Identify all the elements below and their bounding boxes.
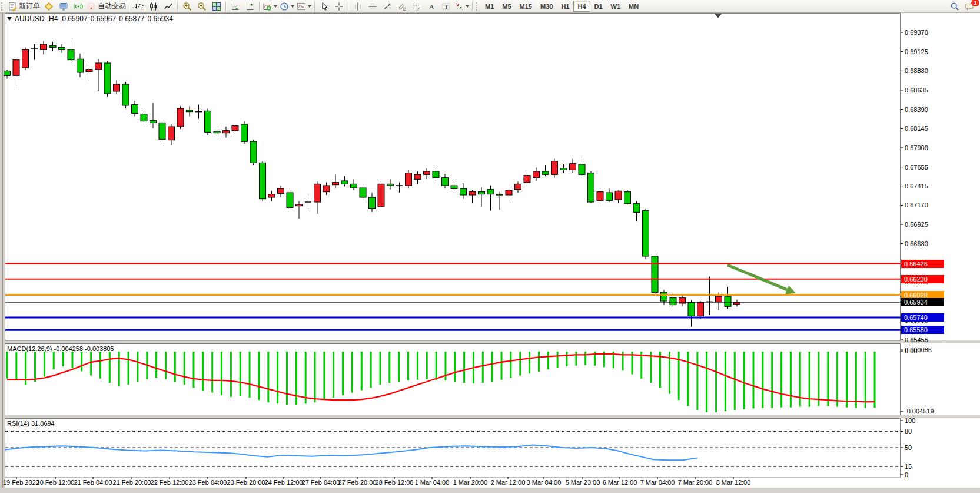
- new-order-icon: [8, 2, 17, 11]
- rsi-name: RSI(14): [7, 420, 29, 427]
- auto-trading-label: 自动交易: [98, 1, 126, 11]
- templates-button[interactable]: [295, 1, 313, 12]
- market-watch-button[interactable]: [56, 1, 71, 12]
- price-tick-label: 0.67655: [905, 163, 928, 171]
- trendline-button[interactable]: [380, 1, 394, 12]
- timeframe-w1-button[interactable]: W1: [607, 1, 625, 12]
- auto-scroll-icon: [231, 2, 240, 11]
- toolbar-grip[interactable]: [476, 2, 479, 11]
- macd-axis-label: -0.004519: [905, 407, 934, 415]
- rsi-axis-label: 15: [905, 462, 912, 471]
- price-tick-label: 0.66680: [905, 240, 928, 248]
- horizontal-line-button[interactable]: [365, 1, 380, 12]
- toolbar-separator: [129, 2, 129, 11]
- macd-axis-label: 0.00: [905, 347, 917, 355]
- macd-label: MACD(12,26,9) -0.004258 -0.003805: [7, 345, 114, 352]
- price-tick-label: 0.69125: [905, 48, 928, 56]
- time-axis-label: 5 Mar 23:00: [566, 479, 600, 486]
- toolbar-grip[interactable]: [1, 2, 4, 11]
- timeframe-mn-button[interactable]: MN: [624, 1, 643, 12]
- zoom-out-button[interactable]: [194, 1, 209, 12]
- line-chart-mode-button[interactable]: [161, 1, 175, 12]
- chart-shift-button[interactable]: [242, 1, 257, 12]
- text-icon: A: [427, 2, 436, 11]
- crosshair-icon: [334, 2, 344, 11]
- equidistant-channel-button[interactable]: E: [394, 1, 409, 12]
- timeframe-h1-button[interactable]: H1: [557, 1, 573, 12]
- chart-canvas[interactable]: [0, 0, 980, 493]
- toolbar-separator: [225, 2, 226, 11]
- cursor-button[interactable]: [317, 1, 331, 12]
- time-axis-label: 21 Feb 20:00: [113, 479, 151, 486]
- ohlc-close: 0.65934: [148, 15, 173, 23]
- timeframe-h4-button[interactable]: H4: [573, 1, 590, 12]
- indicators-icon: [263, 2, 272, 11]
- chevron-down-icon[interactable]: [466, 5, 469, 8]
- timeframe-m1-button[interactable]: M1: [481, 1, 498, 12]
- zoom-out-icon: [197, 2, 207, 11]
- level-price-label: 0.65740: [901, 313, 944, 322]
- timeframe-m5-button[interactable]: M5: [498, 1, 515, 12]
- auto-trading-button[interactable]: 自动交易: [85, 1, 127, 12]
- signal-button[interactable]: [71, 1, 85, 12]
- signal-icon: [74, 2, 83, 11]
- trendline-icon: [383, 2, 392, 11]
- new-order-button[interactable]: 新订单: [6, 1, 41, 12]
- toolbar-separator: [314, 2, 315, 11]
- time-axis-label: 28 Feb 12:00: [376, 479, 414, 486]
- svg-text:A: A: [428, 2, 434, 11]
- price-tick-label: 0.68880: [905, 67, 928, 75]
- time-axis-label: 8 Mar 12:00: [716, 479, 751, 486]
- rsi-axis-label: 0: [905, 471, 908, 479]
- autotrade-icon: [87, 2, 96, 11]
- channel-icon: E: [397, 2, 407, 11]
- tile-windows-button[interactable]: [209, 1, 224, 12]
- text-label-button[interactable]: T: [438, 1, 453, 12]
- timeframe-m15-button[interactable]: M15: [516, 1, 536, 12]
- level-price-label: 0.65934: [901, 298, 944, 306]
- toolbar-separator: [348, 2, 348, 11]
- cursor-icon: [320, 2, 329, 11]
- toolbar-separator: [177, 2, 178, 11]
- label-icon: T: [441, 2, 451, 11]
- time-axis-label: 1 Mar 20:00: [453, 479, 488, 486]
- periods-button[interactable]: [278, 1, 295, 12]
- chart-window-button[interactable]: [41, 1, 56, 12]
- time-axis-label: 2 Mar 12:00: [491, 479, 526, 486]
- arrows-button[interactable]: [453, 1, 470, 12]
- time-axis-label: 6 Mar 12:00: [603, 479, 637, 486]
- time-axis-label: 20 Feb 12:00: [36, 479, 75, 486]
- auto-scroll-button[interactable]: [228, 1, 242, 12]
- search-icon: [950, 2, 959, 11]
- bar-chart-mode-button[interactable]: [131, 1, 146, 12]
- notifications-button[interactable]: 1: [962, 1, 976, 12]
- svg-text:F: F: [417, 7, 420, 11]
- candlestick-mode-button[interactable]: [146, 1, 161, 12]
- indicators-button[interactable]: [261, 1, 278, 12]
- time-axis-label: 27 Feb 04:00: [302, 479, 340, 486]
- level-price-label: 0.66426: [901, 260, 944, 268]
- time-axis-label: 24 Feb 12:00: [265, 479, 303, 486]
- zoom-in-button[interactable]: [180, 1, 194, 12]
- mt4-terminal: 新订单自动交易EFATM1M5M15M30H1H4D1W1MN1 AUDUSD-…: [0, 0, 980, 493]
- template-icon: [297, 2, 306, 11]
- fibonacci-button[interactable]: F: [409, 1, 424, 12]
- timeframe-m30-button[interactable]: M30: [536, 1, 557, 12]
- toolbar-separator: [259, 2, 260, 11]
- search-button[interactable]: [947, 1, 962, 12]
- timeframe-d1-button[interactable]: D1: [590, 1, 607, 12]
- vertical-line-button[interactable]: [350, 1, 365, 12]
- chevron-down-icon[interactable]: [308, 5, 311, 8]
- time-axis-label: 27 Feb 20:00: [338, 479, 377, 486]
- rsi-axis-label: 80: [905, 427, 912, 435]
- text-button[interactable]: A: [424, 1, 438, 12]
- rsi-label: RSI(14) 31.0694: [7, 420, 55, 427]
- gold-diamond-icon: [44, 2, 54, 11]
- chevron-down-icon[interactable]: [274, 5, 277, 8]
- collapse-arrow-icon[interactable]: [7, 17, 12, 21]
- macd-value-signal: -0.003805: [85, 345, 114, 352]
- rsi-axis-label: 100: [905, 416, 915, 425]
- chevron-down-icon[interactable]: [291, 5, 294, 8]
- time-axis-label: 7 Mar 20:00: [678, 479, 713, 486]
- crosshair-button[interactable]: [331, 1, 346, 12]
